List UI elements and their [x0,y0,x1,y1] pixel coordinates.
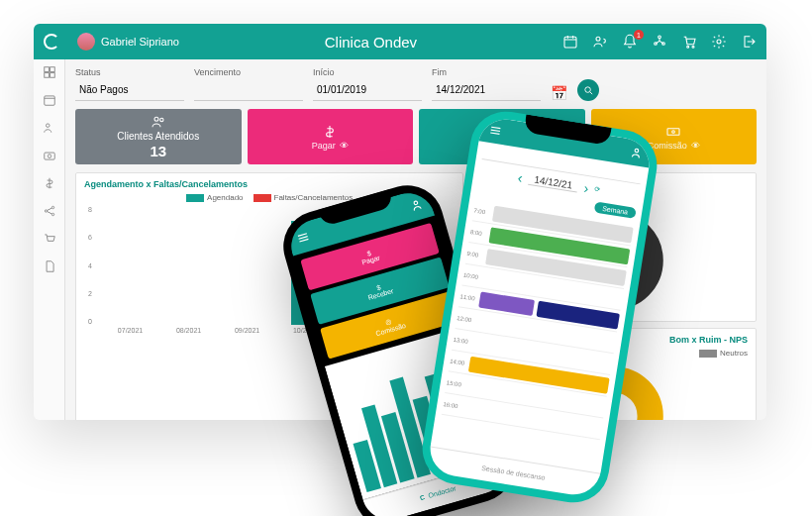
svg-rect-8 [44,67,49,72]
svg-rect-11 [50,73,54,78]
avatar [77,33,95,51]
calendar-icon[interactable] [562,34,578,50]
camera-icon[interactable] [43,149,56,162]
filter-label: Status [75,67,184,77]
users-icon [151,114,166,130]
legend-item: Agendado [186,193,243,202]
share-icon[interactable] [43,204,56,218]
cart-icon[interactable] [681,34,697,50]
svg-point-29 [635,149,639,153]
filter-inicio: Início [313,67,422,101]
card-label: Comissão 👁 [648,141,700,151]
menu-icon[interactable] [487,123,503,139]
patients-icon[interactable] [43,121,56,135]
notification-badge: 1 [634,30,644,40]
header-toolbar: 1 [562,34,757,50]
card-value: 13 [150,143,166,159]
filter-fim: Fim [432,67,541,101]
svg-rect-9 [50,67,54,72]
card-clientes[interactable]: Clientes Atendidos 13 [75,109,242,164]
card-label: Clientes Atendidos [117,131,199,142]
calendar-icon[interactable] [43,93,56,107]
svg-point-20 [154,117,158,121]
menu-icon[interactable] [295,229,312,246]
brand-text: Ondoctor [428,484,457,499]
filter-status: Status [75,67,184,101]
file-icon[interactable] [43,259,56,273]
gear-icon[interactable] [711,34,727,50]
svg-point-23 [672,130,675,133]
calendar-button[interactable]: 📅 [551,85,567,101]
schedule-grid[interactable]: 7:00 8:00 9:00 10:00 11:00 12:00 13:00 1… [431,199,640,473]
logout-icon[interactable] [741,34,757,50]
svg-point-6 [692,46,694,48]
svg-point-1 [596,37,600,41]
status-input[interactable] [75,79,184,101]
inicio-input[interactable] [313,79,422,101]
filter-label: Vencimento [194,67,303,77]
sidebar [34,59,65,420]
bell-icon[interactable]: 1 [622,34,638,50]
svg-point-21 [159,118,162,121]
money-icon[interactable] [43,176,56,190]
next-day[interactable]: › [583,180,590,197]
svg-point-16 [45,210,47,212]
org-icon[interactable] [652,34,667,50]
svg-point-19 [584,86,590,92]
card-pagar[interactable]: Pagar 👁 [248,109,414,164]
svg-rect-22 [667,128,679,135]
svg-point-13 [46,124,50,128]
svg-point-28 [414,201,418,205]
user-name: Gabriel Sipriano [101,36,179,48]
svg-point-15 [48,155,51,158]
svg-point-2 [659,36,661,39]
logo-icon [419,494,425,500]
fim-input[interactable] [432,79,541,101]
filter-label: Início [313,67,422,77]
filter-venc: Vencimento [194,67,303,101]
view-toggle[interactable]: Semana [594,201,637,218]
users-icon[interactable] [592,34,608,50]
card-label: Pagar 👁 [312,141,349,151]
dashboard-icon[interactable] [43,65,56,79]
prev-day[interactable]: ‹ [517,169,524,186]
legend-item: Neutros [699,349,748,358]
legend-item: Faltas/Cancelamentos [254,193,354,202]
svg-rect-0 [564,37,576,48]
logo-icon [44,34,59,50]
svg-rect-12 [44,96,54,105]
svg-point-18 [51,213,53,215]
svg-rect-10 [44,73,49,78]
venc-input[interactable] [194,79,303,101]
svg-point-17 [51,206,53,208]
filter-label: Fim [432,67,541,77]
app-title: Clinica Ondev [187,34,555,51]
filters: Status Vencimento Início Fim 📅 [75,67,757,101]
user-icon[interactable] [408,196,425,213]
footer-text: Sessão de descanso [481,464,546,481]
dollar-icon [322,124,338,140]
app-header: Gabriel Sipriano Clinica Ondev 1 [34,24,766,59]
search-button[interactable] [577,79,599,101]
user-icon[interactable] [629,145,645,160]
svg-rect-14 [44,153,54,159]
user-chip[interactable]: Gabriel Sipriano [77,33,179,51]
svg-point-7 [717,40,721,44]
svg-point-5 [687,46,689,48]
cart-icon[interactable] [43,232,56,246]
cash-icon [665,124,681,140]
date-display[interactable]: 14/12/21 [528,173,579,193]
